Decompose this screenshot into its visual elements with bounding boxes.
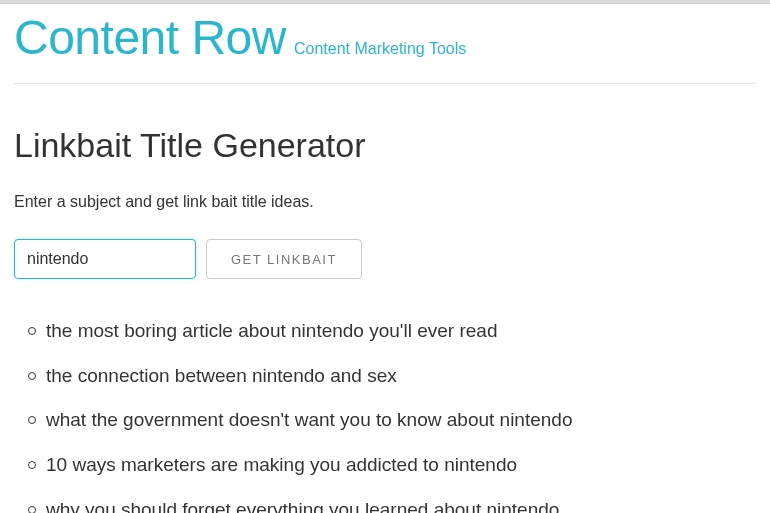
list-item: the most boring article about nintendo y… [28, 319, 756, 344]
subject-input[interactable] [14, 239, 196, 279]
list-item: why you should forget everything you lea… [28, 498, 756, 513]
brand-tagline: Content Marketing Tools [294, 40, 466, 58]
input-row: GET LINKBAIT [14, 239, 756, 279]
list-item: what the government doesn't want you to … [28, 408, 756, 433]
list-item: the connection between nintendo and sex [28, 364, 756, 389]
brand-logo[interactable]: Content Row [14, 10, 286, 65]
instruction-text: Enter a subject and get link bait title … [14, 193, 756, 211]
page-title: Linkbait Title Generator [14, 126, 756, 165]
list-item: 10 ways marketers are making you addicte… [28, 453, 756, 478]
header: Content Row Content Marketing Tools [14, 4, 756, 84]
get-linkbait-button[interactable]: GET LINKBAIT [206, 239, 362, 279]
results-list: the most boring article about nintendo y… [14, 319, 756, 513]
